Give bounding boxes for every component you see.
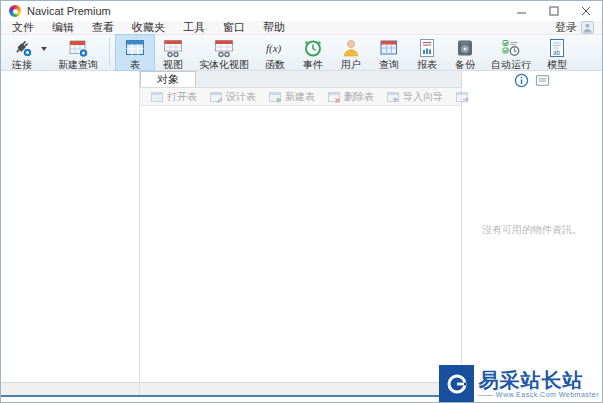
events-button[interactable]: 事件 [294, 35, 332, 70]
login-button[interactable]: 登录 [555, 20, 600, 35]
menu-view[interactable]: 查看 [83, 21, 123, 34]
backup-label: 备份 [455, 59, 475, 70]
delete-table-button[interactable]: 删除表 [321, 90, 380, 104]
user-icon [339, 36, 363, 59]
menu-help[interactable]: 帮助 [254, 21, 294, 34]
chevron-down-icon [41, 47, 47, 51]
reports-button[interactable]: 报表 [408, 35, 446, 70]
connection-button[interactable]: 连接 [3, 35, 41, 70]
main-panel: 对象 打开表 [140, 71, 461, 382]
export-wizard-icon [455, 90, 469, 104]
users-label: 用户 [341, 59, 361, 70]
minimize-icon [517, 6, 527, 16]
object-toolbar: 打开表 设计表 [140, 88, 461, 106]
backup-button[interactable]: 备份 [446, 35, 484, 70]
svg-text:ab: ab [553, 48, 561, 55]
connection-dropdown[interactable] [41, 35, 51, 70]
design-table-button[interactable]: 设计表 [203, 90, 262, 104]
connection-icon [10, 36, 34, 59]
model-button[interactable]: ab 模型 [538, 35, 576, 70]
menu-file[interactable]: 文件 [3, 21, 43, 34]
object-list-area[interactable] [140, 106, 461, 382]
watermark-title: 易采站长站 [478, 369, 599, 391]
menu-window[interactable]: 窗口 [214, 21, 254, 34]
menu-edit[interactable]: 编辑 [43, 21, 83, 34]
menu-bar: 文件 编辑 查看 收藏夹 工具 窗口 帮助 登录 [1, 21, 602, 34]
table-icon [123, 36, 147, 59]
queries-label: 查询 [379, 59, 399, 70]
import-wizard-icon [386, 90, 400, 104]
queries-button[interactable]: 查询 [370, 35, 408, 70]
report-icon [415, 36, 439, 59]
query-icon [377, 36, 401, 59]
new-query-button[interactable]: 新建查询 [51, 35, 105, 70]
reports-label: 报表 [417, 59, 437, 70]
delete-table-icon [327, 90, 341, 104]
svg-text:f(x): f(x) [266, 42, 282, 55]
window-controls [506, 1, 602, 21]
info-panel-header [462, 71, 602, 88]
info-icon [514, 73, 529, 88]
model-icon: ab [545, 36, 569, 59]
open-table-button[interactable]: 打开表 [144, 90, 203, 104]
menu-tools[interactable]: 工具 [174, 21, 214, 34]
object-information-panel: 沒有可用的物件資訊。 [461, 71, 602, 382]
materialized-views-button[interactable]: 实体化视图 [192, 35, 256, 70]
tab-objects[interactable]: 对象 [140, 71, 196, 87]
views-label: 视图 [163, 59, 183, 70]
close-button[interactable] [570, 1, 602, 21]
event-icon [301, 36, 325, 59]
new-query-icon [66, 36, 90, 59]
functions-button[interactable]: f(x) 函数 [256, 35, 294, 70]
tables-button[interactable]: 表 [116, 35, 154, 70]
automation-button[interactable]: 自动运行 [484, 35, 538, 70]
design-table-label: 设计表 [226, 90, 256, 104]
status-segment-center [140, 383, 461, 395]
view-icon [161, 36, 185, 59]
maximize-icon [549, 6, 559, 16]
connection-label: 连接 [12, 59, 32, 70]
design-table-icon [209, 90, 223, 104]
function-icon: f(x) [263, 36, 287, 59]
menu-favorites[interactable]: 收藏夹 [123, 21, 174, 34]
new-table-icon [268, 90, 282, 104]
preview-pane-icon [535, 73, 550, 88]
model-label: 模型 [547, 59, 567, 70]
connection-tree-panel[interactable] [1, 71, 140, 382]
delete-table-label: 删除表 [344, 90, 374, 104]
info-toggle-button[interactable] [514, 73, 529, 88]
backup-icon [453, 36, 477, 59]
import-wizard-button[interactable]: 导入向导 [380, 90, 449, 104]
window-title: Navicat Premium [27, 5, 506, 17]
maximize-button[interactable] [538, 1, 570, 21]
navicat-window: Navicat Premium 文件 编辑 查看 收藏夹 工具 窗口 帮助 登录 [0, 0, 603, 403]
avatar-icon [581, 21, 594, 34]
preview-toggle-button[interactable] [535, 73, 550, 88]
tab-strip: 对象 [140, 71, 461, 88]
watermark-banner: 易采站长站 —— Www.Easck.Com Webmaster [439, 365, 602, 402]
events-label: 事件 [303, 59, 323, 70]
new-table-label: 新建表 [285, 90, 315, 104]
empty-info-message: 沒有可用的物件資訊。 [482, 223, 582, 247]
automation-icon [499, 36, 523, 59]
info-panel-body: 沒有可用的物件資訊。 [462, 88, 602, 382]
status-segment-left [1, 383, 140, 395]
login-label: 登录 [555, 20, 577, 35]
import-wizard-label: 导入向导 [403, 90, 443, 104]
main-toolbar: 连接 新建查询 [1, 34, 602, 71]
tab-objects-label: 对象 [157, 72, 179, 87]
views-button[interactable]: 视图 [154, 35, 192, 70]
navicat-logo-icon [9, 5, 21, 17]
users-button[interactable]: 用户 [332, 35, 370, 70]
materialized-view-icon [212, 36, 236, 59]
functions-label: 函数 [265, 59, 285, 70]
new-query-label: 新建查询 [58, 59, 98, 70]
title-bar: Navicat Premium [1, 1, 602, 21]
open-table-icon [150, 90, 164, 104]
watermark-text: 易采站长站 —— Www.Easck.Com Webmaster [474, 368, 602, 400]
new-table-button[interactable]: 新建表 [262, 90, 321, 104]
minimize-button[interactable] [506, 1, 538, 21]
toolbar-separator [109, 38, 110, 66]
tables-label: 表 [130, 59, 140, 70]
workspace: 对象 打开表 [1, 71, 602, 382]
